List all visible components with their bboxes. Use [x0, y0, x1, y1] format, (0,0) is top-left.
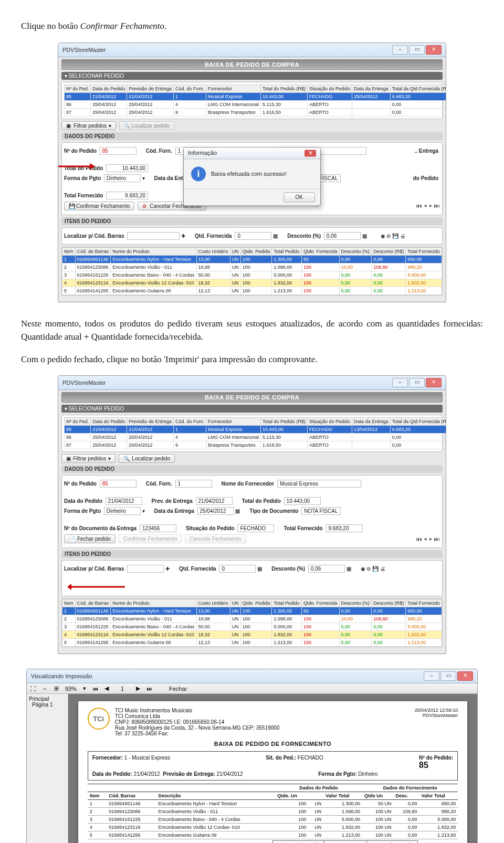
filter-icon: ▣: [66, 456, 71, 461]
zoom-fit-icon[interactable]: ⛶: [30, 686, 36, 692]
total-supplied-field: 9.683,20: [106, 192, 148, 199]
cancel-close-button[interactable]: Cancelar Fechamento: [185, 534, 246, 543]
callout-arrow: [58, 161, 85, 172]
report-title: BAIXA DE PEDIDO DE FORNECIMENTO: [88, 741, 458, 747]
maximize-button[interactable]: ▭: [440, 671, 456, 681]
order-number-field: 85: [100, 147, 136, 155]
first-page-icon[interactable]: ⏮: [92, 686, 98, 692]
minimize-button[interactable]: –: [424, 671, 439, 681]
filter-orders-button[interactable]: ▣Filtrar pedidos ▾: [61, 121, 116, 130]
preview-window-title: Visualizando Impressão: [31, 673, 92, 679]
report-table: Dados do PedidoDados do FornecimentoItem…: [88, 784, 458, 839]
close-preview-button[interactable]: Fechar: [169, 686, 187, 692]
print-icon[interactable]: 🖨: [380, 566, 385, 572]
thumbnail-panel[interactable]: Principal Página 1: [27, 694, 68, 843]
payment-field[interactable]: Dinheiro: [104, 174, 141, 182]
minimize-button[interactable]: –: [392, 45, 408, 55]
item-toolbar-icons[interactable]: ◉ ⊘ 💾 🖨: [381, 233, 405, 239]
section-items: ITENS DO PEDIDO: [61, 550, 443, 558]
locate-order-button[interactable]: 🔍Localizar pedido: [119, 454, 175, 463]
dialog-ok-button[interactable]: OK: [284, 192, 315, 202]
minimize-button[interactable]: –: [392, 378, 408, 387]
close-button[interactable]: ✕: [426, 378, 442, 387]
info-icon: i: [191, 166, 206, 181]
section-order-data: DADOS DO PEDIDO: [61, 465, 443, 473]
orders-table[interactable]: Nº do Ped.Data do PedidoPrevisão de Entr…: [64, 85, 446, 117]
preview-toolbar[interactable]: ⛶ ↔ ⊞ 93% ▾ ⏮ ◀ 1 ▶ ⏭ Fechar: [27, 683, 477, 694]
section-items: ITENS DO PEDIDO: [61, 217, 443, 225]
items-table[interactable]: ItemCód. de BarrasNome do ProdutoCusto U…: [62, 247, 442, 295]
barcode-search-input[interactable]: [127, 232, 180, 240]
orders-table[interactable]: Nº do Ped.Data do PedidoPrevisão de Entr…: [64, 417, 446, 449]
filter-orders-button[interactable]: ▣ Filtrar pedidos ▾: [61, 454, 116, 463]
search-icon: 🔍: [123, 456, 130, 461]
orders-grid-panel: Nº do Ped.Data do PedidoPrevisão de Entr…: [61, 82, 443, 119]
screenshot-after-close: PDVStoreMaster – ▭ ✕ BAIXA DE PEDIDO DE …: [58, 375, 446, 654]
confirm-close-button[interactable]: Confirmar Fechamento: [119, 534, 182, 543]
app-title: PDVStoreMaster: [62, 47, 106, 53]
cancel-icon: ⊘: [142, 203, 148, 208]
screen-title: BAIXA DE PEDIDO DE COMPRA: [61, 392, 443, 403]
paragraph: Com o pedido fechado, clique no botão 'I…: [21, 353, 483, 366]
screen-title: BAIXA DE PEDIDO DE COMPRA: [61, 59, 443, 70]
close-button[interactable]: ✕: [457, 671, 473, 681]
dialog-title: Informação: [188, 150, 217, 156]
items-table[interactable]: ItemCód. de BarrasNome do ProdutoCusto U…: [62, 599, 442, 647]
dialog-close-button[interactable]: ✕: [304, 150, 316, 156]
window-titlebar: PDVStoreMaster – ▭ ✕: [58, 376, 446, 390]
maximize-button[interactable]: ▭: [409, 45, 425, 55]
svg-marker-3: [67, 584, 71, 590]
item-toolbar-icons[interactable]: ◉ ⊘ 💾 🖨: [361, 566, 385, 572]
screenshot-print-preview: Visualizando Impressão – ▭ ✕ ⛶ ↔ ⊞ 93% ▾…: [26, 669, 478, 843]
confirm-close-button[interactable]: 💾Confirmar Fechamento: [64, 202, 134, 210]
section-select-order[interactable]: ▾ SELECIONAR PEDIDO: [61, 405, 443, 413]
close-button[interactable]: ✕: [426, 45, 442, 55]
zoom-100-icon[interactable]: ⊞: [54, 685, 59, 692]
total-field: 10.443,00: [106, 164, 148, 172]
record-nav[interactable]: ⏮ ◀ ▶ ⏭: [416, 202, 440, 209]
window-titlebar: PDVStoreMaster – ▭ ✕: [58, 43, 446, 57]
close-order-icon: 📄: [69, 536, 75, 542]
next-page-icon[interactable]: ▶: [136, 685, 140, 692]
page-number-input[interactable]: 1: [115, 686, 130, 692]
dialog-message: Baixa efetuada com sucesso!: [211, 171, 287, 177]
company-logo: TCi: [88, 708, 110, 730]
zoom-width-icon[interactable]: ↔: [42, 686, 48, 692]
save-icon: 💾: [69, 203, 74, 208]
paragraph: Neste momento, todos os produtos do pedi…: [21, 317, 483, 344]
section-order-data: DADOS DO PEDIDO: [61, 132, 443, 140]
filter-icon: ▣: [66, 123, 71, 128]
svg-marker-1: [90, 163, 95, 170]
locate-order-button[interactable]: 🔍Localizar pedido: [119, 121, 174, 130]
record-nav[interactable]: ⏮ ◀ ▶ ⏭: [416, 535, 440, 543]
zoom-value[interactable]: 93%: [65, 686, 77, 692]
callout-arrow: [67, 582, 130, 592]
last-page-icon[interactable]: ⏭: [146, 686, 152, 692]
maximize-button[interactable]: ▭: [409, 378, 425, 387]
info-dialog: Informação✕ iBaixa efetuada com sucesso!…: [183, 147, 321, 206]
discount-input[interactable]: 0,06: [324, 232, 361, 240]
section-select-order[interactable]: ▾ SELECIONAR PEDIDO: [61, 72, 443, 80]
report-page: TCi TCI Music Instrumentos Musicais TCI …: [78, 701, 468, 843]
paragraph: Clique no botão Confirmar Fechamento.: [21, 19, 483, 33]
close-order-button[interactable]: 📄 Fechar pedido: [64, 534, 116, 543]
search-icon: 🔍: [124, 123, 129, 128]
prev-page-icon[interactable]: ◀: [104, 685, 109, 692]
qty-input[interactable]: 0: [235, 232, 271, 240]
screenshot-confirm-dialog: PDVStoreMaster – ▭ ✕ BAIXA DE PEDIDO DE …: [58, 43, 446, 302]
